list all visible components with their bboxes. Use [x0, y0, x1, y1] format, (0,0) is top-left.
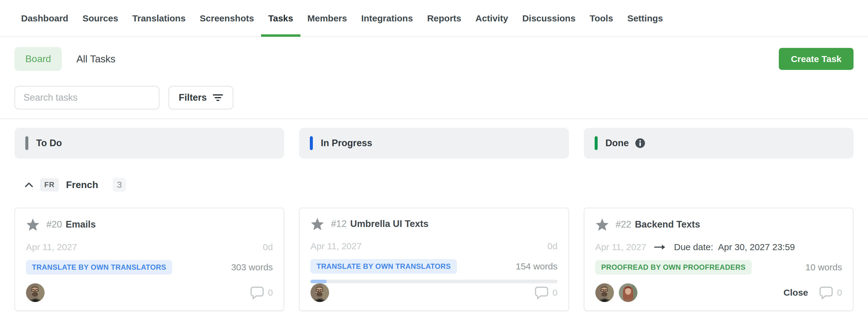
- task-date: Apr 11, 2027: [310, 241, 362, 251]
- language-code-badge: FR: [40, 178, 59, 191]
- view-tabs: Board All Tasks: [14, 47, 116, 71]
- todo-status-pill: [25, 136, 28, 150]
- task-card-umbrella-ui-texts[interactable]: #12 Umbrella UI Texts Apr 11, 2027 0d TR…: [299, 208, 569, 311]
- assignee-avatars: [26, 283, 44, 302]
- task-id: #22: [616, 219, 631, 230]
- card-date-row: Apr 11, 2027 0d: [26, 242, 273, 252]
- nav-item-screenshots[interactable]: Screenshots: [200, 0, 254, 37]
- done-status-pill: [595, 136, 598, 150]
- nav-item-translations[interactable]: Translations: [132, 0, 186, 37]
- comment-count: 0: [268, 288, 273, 298]
- nav-item-activity[interactable]: Activity: [475, 0, 508, 37]
- comment-count: 0: [837, 288, 842, 298]
- card-footer-row: Close 0: [595, 283, 842, 302]
- card-badge-row: TRANSLATE BY OWN TRANSLATORS 154 words: [310, 259, 557, 274]
- task-id: #12: [331, 218, 347, 229]
- info-icon[interactable]: [635, 138, 646, 149]
- tab-all-tasks[interactable]: All Tasks: [76, 53, 116, 65]
- nav-item-discussions[interactable]: Discussions: [522, 0, 576, 37]
- card-title-row: #22 Backend Texts: [595, 216, 842, 233]
- card-date-row: Apr 11, 2027 0d: [310, 241, 557, 251]
- card-badge-row: TRANSLATE BY OWN TRANSLATORS 303 words: [26, 260, 273, 274]
- comment-icon: [819, 286, 833, 300]
- star-icon[interactable]: [595, 218, 609, 232]
- create-task-button[interactable]: Create Task: [779, 48, 854, 70]
- task-cards-row: #20 Emails Apr 11, 2027 0d TRANSLATE BY …: [14, 208, 854, 311]
- word-count: 303 words: [231, 262, 273, 272]
- task-title: Backend Texts: [635, 219, 700, 230]
- task-type-badge: TRANSLATE BY OWN TRANSLATORS: [26, 260, 172, 274]
- comment-icon: [534, 286, 548, 300]
- man-avatar: [595, 283, 614, 302]
- comment-count: 0: [553, 288, 558, 298]
- top-navigation: Dashboard Sources Translations Screensho…: [0, 0, 868, 37]
- in-progress-status-pill: [310, 136, 313, 150]
- task-count-badge: 3: [113, 178, 126, 192]
- due-date-value: Apr 30, 2027 23:59: [718, 242, 795, 252]
- comments-control[interactable]: 0: [819, 286, 842, 300]
- task-type-badge: PROOFREAD BY OWN PROOFREADERS: [595, 260, 752, 274]
- filters-button[interactable]: Filters: [168, 86, 233, 110]
- task-type-badge: TRANSLATE BY OWN TRANSLATORS: [310, 259, 457, 274]
- assignee-avatars: [310, 283, 329, 302]
- task-id: #20: [46, 219, 62, 230]
- card-date-row: Apr 11, 2027 Due date: Apr 30, 2027 23:5…: [595, 242, 842, 252]
- card-title-row: #12 Umbrella UI Texts: [310, 216, 557, 232]
- nav-item-reports[interactable]: Reports: [427, 0, 461, 37]
- search-input[interactable]: [14, 86, 159, 110]
- star-icon[interactable]: [26, 218, 40, 232]
- card-footer-row: 0: [310, 283, 557, 302]
- due-date-label: Due date:: [674, 242, 713, 252]
- nav-item-tasks[interactable]: Tasks: [268, 0, 293, 37]
- word-count: 10 words: [805, 262, 842, 272]
- comments-control[interactable]: 0: [534, 286, 558, 300]
- toolbar-row: Board All Tasks Create Task: [14, 47, 854, 71]
- nav-item-sources[interactable]: Sources: [83, 0, 118, 37]
- star-icon[interactable]: [310, 217, 324, 231]
- arrow-right-icon: [654, 244, 666, 250]
- tasks-board-page: Dashboard Sources Translations Screensho…: [0, 0, 868, 330]
- search-row: Filters: [14, 86, 854, 110]
- column-label: To Do: [36, 138, 62, 149]
- task-duration: 0d: [263, 242, 273, 252]
- nav-item-integrations[interactable]: Integrations: [361, 0, 413, 37]
- column-header-done: Done: [584, 128, 854, 158]
- nav-item-settings[interactable]: Settings: [627, 0, 663, 37]
- assignee-avatars: [595, 283, 638, 302]
- filter-icon: [213, 93, 223, 102]
- column-header-in-progress: In Progress: [299, 128, 569, 158]
- card-badge-row: PROOFREAD BY OWN PROOFREADERS 10 words: [595, 260, 842, 274]
- word-count: 154 words: [516, 261, 557, 272]
- column-label: In Progress: [321, 138, 372, 149]
- nav-item-members[interactable]: Members: [307, 0, 347, 37]
- task-title: Umbrella UI Texts: [350, 218, 429, 229]
- section-divider: [0, 118, 868, 119]
- column-header-todo: To Do: [14, 128, 284, 158]
- column-label: Done: [606, 138, 629, 149]
- man-avatar: [26, 283, 44, 302]
- task-duration: 0d: [547, 241, 557, 251]
- nav-item-tools[interactable]: Tools: [590, 0, 613, 37]
- progress-fill: [310, 280, 327, 283]
- task-card-backend-texts[interactable]: #22 Backend Texts Apr 11, 2027 Due date:…: [584, 208, 854, 311]
- task-date: Apr 11, 2027: [26, 242, 77, 252]
- language-group-header: FR French 3: [24, 178, 854, 192]
- board-column-headers: To Do In Progress Done: [14, 128, 854, 158]
- close-task-button[interactable]: Close: [784, 288, 808, 298]
- comments-control[interactable]: 0: [250, 286, 273, 300]
- comment-icon: [250, 286, 264, 300]
- man-avatar: [310, 283, 329, 302]
- tab-board[interactable]: Board: [14, 47, 62, 71]
- card-footer-row: 0: [26, 283, 273, 302]
- nav-item-dashboard[interactable]: Dashboard: [21, 0, 68, 37]
- woman-avatar: [619, 283, 638, 302]
- filters-label: Filters: [179, 92, 207, 103]
- chevron-up-icon[interactable]: [24, 182, 33, 188]
- task-title: Emails: [66, 219, 96, 230]
- task-card-emails[interactable]: #20 Emails Apr 11, 2027 0d TRANSLATE BY …: [14, 208, 284, 311]
- progress-bar: [310, 280, 557, 283]
- card-title-row: #20 Emails: [26, 216, 273, 233]
- task-date: Apr 11, 2027: [595, 242, 647, 252]
- language-name: French: [66, 179, 98, 190]
